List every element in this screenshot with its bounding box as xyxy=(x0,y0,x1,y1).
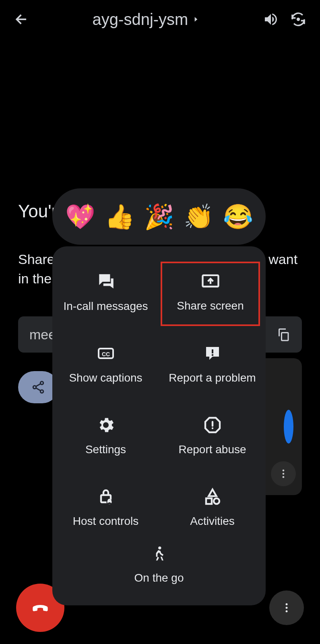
reaction-thumbs-up[interactable]: 👍 xyxy=(105,202,135,231)
svg-point-18 xyxy=(108,500,110,502)
more-vert-icon xyxy=(278,468,289,479)
meeting-code-text: ayg-sdnj-ysm xyxy=(93,10,188,29)
svg-rect-14 xyxy=(212,349,213,353)
option-in-call-messages[interactable]: In-call messages xyxy=(52,258,159,326)
reaction-laugh[interactable]: 😂 xyxy=(223,202,253,231)
option-label: Show captions xyxy=(64,371,147,385)
option-activities[interactable]: Activities xyxy=(159,473,266,541)
arrow-back-icon xyxy=(14,12,29,27)
back-button[interactable] xyxy=(12,10,31,29)
report-abuse-icon xyxy=(203,415,222,436)
report-problem-icon xyxy=(203,343,222,364)
top-bar: ayg-sdnj-ysm xyxy=(0,0,320,39)
svg-rect-19 xyxy=(206,498,212,504)
option-settings[interactable]: Settings xyxy=(52,402,159,469)
meeting-code-button[interactable]: ayg-sdnj-ysm xyxy=(39,10,253,29)
option-on-the-go[interactable]: On the go xyxy=(52,545,266,584)
option-label: Host controls xyxy=(68,514,143,528)
svg-point-2 xyxy=(40,382,43,385)
option-report-problem[interactable]: Report a problem xyxy=(159,330,266,398)
svg-point-0 xyxy=(297,18,300,21)
option-report-abuse[interactable]: Report abuse xyxy=(159,402,266,469)
reaction-clap[interactable]: 👏 xyxy=(184,202,214,231)
option-label: Share screen xyxy=(172,299,249,313)
share-icon xyxy=(31,380,45,394)
option-show-captions[interactable]: CC Show captions xyxy=(52,330,159,398)
captions-icon: CC xyxy=(96,343,116,364)
option-label: Settings xyxy=(81,443,131,456)
audio-output-button[interactable] xyxy=(261,10,281,29)
host-controls-icon xyxy=(96,486,116,507)
svg-point-8 xyxy=(286,603,288,605)
more-options-button[interactable] xyxy=(269,590,304,625)
svg-point-21 xyxy=(158,547,161,549)
chevron-right-icon xyxy=(192,15,200,23)
reaction-heart[interactable]: 💖 xyxy=(65,202,95,231)
reaction-party[interactable]: 🎉 xyxy=(144,202,174,231)
on-the-go-icon xyxy=(150,545,168,564)
svg-text:CC: CC xyxy=(101,351,109,357)
option-label: In-call messages xyxy=(58,299,153,313)
svg-point-4 xyxy=(40,390,43,393)
svg-point-20 xyxy=(214,498,219,504)
svg-rect-1 xyxy=(282,333,289,341)
avatar xyxy=(284,410,293,444)
messages-icon xyxy=(96,271,116,292)
switch-camera-button[interactable] xyxy=(289,10,308,29)
option-label: Activities xyxy=(185,514,239,528)
hangup-icon xyxy=(29,597,52,619)
more-vert-icon xyxy=(281,602,293,614)
svg-point-10 xyxy=(286,610,288,612)
tile-more-button[interactable] xyxy=(271,461,296,486)
more-menu-popup: In-call messages Share screen CC Show ca… xyxy=(52,246,266,605)
copy-icon[interactable] xyxy=(276,327,291,342)
option-label: Report a problem xyxy=(164,371,260,385)
svg-point-3 xyxy=(33,386,36,389)
svg-point-7 xyxy=(283,476,285,478)
option-label: On the go xyxy=(134,572,184,584)
option-host-controls[interactable]: Host controls xyxy=(52,473,159,541)
svg-rect-15 xyxy=(212,354,213,356)
reactions-bar: 💖 👍 🎉 👏 😂 xyxy=(52,188,266,245)
option-label: Report abuse xyxy=(173,443,251,456)
settings-icon xyxy=(96,415,116,436)
svg-point-9 xyxy=(286,607,288,609)
svg-point-5 xyxy=(283,470,285,472)
svg-point-6 xyxy=(283,473,285,475)
option-share-screen[interactable]: Share screen xyxy=(161,262,260,326)
volume-icon xyxy=(263,11,279,27)
share-screen-icon xyxy=(200,271,221,292)
activities-icon xyxy=(203,486,222,507)
switch-camera-icon xyxy=(290,11,306,27)
